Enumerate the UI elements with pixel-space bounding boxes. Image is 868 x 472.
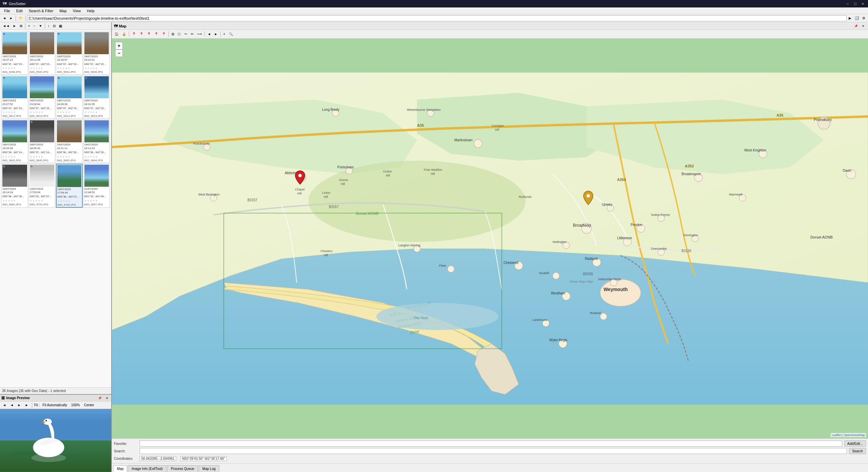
img-tb-sort[interactable]: ↕ — [46, 23, 51, 29]
star-2[interactable]: ★ — [90, 199, 92, 202]
star-4[interactable]: ★ — [68, 67, 70, 70]
star-4[interactable]: ★ — [68, 200, 70, 203]
preview-prev-btn[interactable]: ◄ — [1, 402, 7, 409]
img-tb-zoom-out[interactable]: − — [32, 23, 37, 29]
menu-map[interactable]: Map — [57, 8, 69, 14]
star-4[interactable]: ★ — [41, 199, 43, 202]
star-rating-7[interactable]: ★★★★★ — [84, 111, 109, 114]
star-0[interactable]: ★ — [57, 155, 59, 158]
tab-image-info[interactable]: Image Info (ExifTool) — [128, 465, 166, 472]
search-button[interactable]: Search — [849, 448, 866, 454]
star-2[interactable]: ★ — [35, 67, 38, 70]
map-tb-pin5[interactable]: 📍 — [160, 31, 167, 38]
preview-pin-btn[interactable]: 📌 — [97, 395, 103, 402]
img-tb-view[interactable]: ▦ — [58, 23, 63, 29]
star-1[interactable]: ★ — [87, 199, 89, 202]
image-cell-9[interactable]: 18/07/2023 18:35:40N50°37...W2°14...★★★★… — [29, 119, 56, 163]
map-tb-lock[interactable]: 🔒 — [121, 31, 127, 38]
star-3[interactable]: ★ — [38, 155, 40, 158]
star-1[interactable]: ★ — [5, 111, 7, 114]
star-2[interactable]: ★ — [35, 155, 38, 158]
star-1[interactable]: ★ — [87, 155, 89, 158]
star-rating-10[interactable]: ★★★★★ — [57, 155, 82, 158]
zoom-in-button[interactable]: + — [115, 42, 123, 49]
image-cell-0[interactable]: 18/07/2023 18:07:13N50°37...W2°15...★★★★… — [1, 31, 28, 75]
star-2[interactable]: ★ — [8, 111, 10, 114]
star-1[interactable]: ★ — [5, 155, 7, 158]
star-4[interactable]: ★ — [95, 155, 98, 158]
star-4[interactable]: ★ — [13, 111, 16, 114]
star-2[interactable]: ★ — [62, 67, 65, 70]
star-2[interactable]: ★ — [62, 155, 65, 158]
star-3[interactable]: ★ — [93, 155, 95, 158]
star-0[interactable]: ★ — [2, 155, 5, 158]
star-3[interactable]: ★ — [11, 199, 13, 202]
maximize-button[interactable]: □ — [853, 2, 858, 6]
map-tb-select-all[interactable]: ⊞ — [170, 31, 176, 38]
star-4[interactable]: ★ — [68, 111, 70, 114]
star-3[interactable]: ★ — [11, 155, 13, 158]
star-4[interactable]: ★ — [41, 111, 43, 114]
tb-forward-btn[interactable]: ► — [8, 15, 14, 22]
preview-next2-btn[interactable]: ► — [24, 402, 30, 409]
image-cell-3[interactable]: 18/07/2023 18:22:01N50°37...W2°15...★★★★… — [83, 31, 110, 75]
star-3[interactable]: ★ — [93, 199, 95, 202]
star-rating-5[interactable]: ★★★★★ — [30, 111, 55, 114]
star-2[interactable]: ★ — [8, 67, 10, 70]
star-3[interactable]: ★ — [38, 67, 40, 70]
tab-map[interactable]: Map — [113, 465, 127, 472]
star-1[interactable]: ★ — [60, 67, 62, 70]
star-4[interactable]: ★ — [13, 67, 16, 70]
map-tb-yellow-pin[interactable]: 📍 — [138, 31, 145, 38]
preview-fit-auto-btn[interactable]: Fit Automatically — [41, 402, 68, 409]
img-tb-select-all[interactable]: ⊞ — [18, 23, 24, 29]
star-0[interactable]: ★ — [84, 111, 87, 114]
star-2[interactable]: ★ — [8, 199, 10, 202]
star-3[interactable]: ★ — [38, 111, 40, 114]
star-1[interactable]: ★ — [87, 111, 89, 114]
minimize-button[interactable]: − — [845, 2, 850, 6]
add-edit-button[interactable]: Add/Edit... — [844, 440, 866, 447]
star-1[interactable]: ★ — [60, 111, 62, 114]
star-0[interactable]: ★ — [30, 199, 32, 202]
star-0[interactable]: ★ — [2, 111, 5, 114]
star-4[interactable]: ★ — [68, 155, 70, 158]
star-3[interactable]: ★ — [65, 67, 67, 70]
image-cell-15[interactable]: 21/07/2023 12:48:53N51°10...W1°49...★★★★… — [83, 164, 110, 208]
image-cell-11[interactable]: 19/07/2023 16:11:24N50°36...W2°26...★★★★… — [83, 119, 110, 163]
star-rating-14[interactable]: ★★★★★ — [57, 200, 81, 203]
star-1[interactable]: ★ — [5, 199, 7, 202]
star-1[interactable]: ★ — [33, 111, 35, 114]
image-cell-10[interactable]: 19/07/2023 16:11:11N50°36...W2°26...★★★★… — [56, 119, 83, 163]
star-2[interactable]: ★ — [90, 67, 92, 70]
map-tb-red-pin[interactable]: 📍 — [130, 31, 137, 38]
tb-options-btn[interactable]: ⚙ — [861, 15, 867, 22]
star-1[interactable]: ★ — [33, 67, 35, 70]
star-0[interactable]: ★ — [30, 67, 32, 70]
star-4[interactable]: ★ — [13, 155, 16, 158]
map-tb-route[interactable]: 〜 — [183, 31, 189, 38]
image-cell-6[interactable]: 18/07/2023 18:28:36N50°37...W2°15...★★★★… — [56, 75, 83, 119]
tab-process-queue[interactable]: Process Queue — [167, 465, 198, 472]
image-cell-14[interactable]: 19/07/2023 17:54:44N50°30...W2°27...★★★★… — [56, 164, 83, 208]
star-2[interactable]: ★ — [90, 111, 92, 114]
star-2[interactable]: ★ — [35, 111, 38, 114]
star-3[interactable]: ★ — [11, 67, 13, 70]
map-container[interactable]: Chesil Beach and Stennis Ledges Marine C… — [112, 39, 868, 438]
image-cell-4[interactable]: 18/07/2023 23:27:52N50°37...W2°15...★★★★… — [1, 75, 28, 119]
star-rating-13[interactable]: ★★★★★ — [30, 199, 55, 202]
img-tb-filter[interactable]: ▼ — [37, 23, 43, 29]
star-2[interactable]: ★ — [63, 200, 65, 203]
map-tb-path[interactable]: ⟶ — [196, 31, 203, 38]
close-button[interactable]: × — [861, 2, 865, 6]
map-tb-blue-pin[interactable]: 📍 — [145, 31, 152, 38]
preview-center-btn[interactable]: Center — [83, 402, 96, 409]
star-rating-2[interactable]: ★★★★★ — [57, 67, 82, 70]
tb-back-btn[interactable]: ◄ — [1, 15, 7, 22]
search-input[interactable] — [140, 448, 847, 454]
img-tb-prev[interactable]: ◄◄ — [1, 23, 11, 29]
image-grid-container[interactable]: 18/07/2023 18:07:13N50°37...W2°15...★★★★… — [0, 30, 111, 387]
img-tb-group[interactable]: ⊟ — [52, 23, 57, 29]
star-1[interactable]: ★ — [60, 155, 62, 158]
tab-map-log[interactable]: Map Log — [199, 465, 219, 472]
